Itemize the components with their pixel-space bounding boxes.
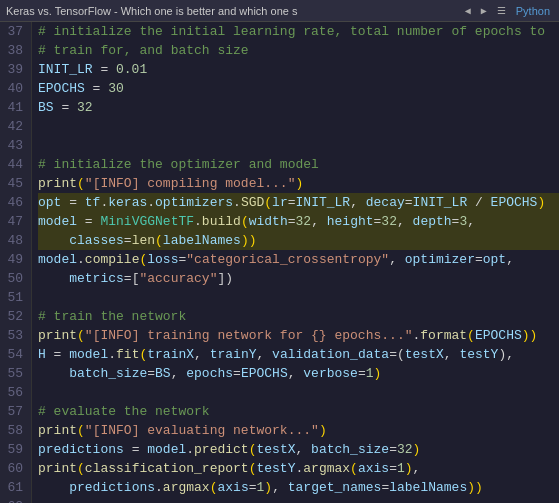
titlebar-icons: ◀ ▶ ☰ Python [462,4,553,18]
code-line [38,497,559,503]
code-line [38,136,559,155]
code-line: # train the network [38,307,559,326]
code-line: EPOCHS = 30 [38,79,559,98]
code-line: # evaluate the network [38,402,559,421]
forward-icon[interactable]: ▶ [478,4,490,18]
editor-area: 37 38 39 40 41 42 43 44 45 46 47 48 49 5… [0,22,559,503]
code-content[interactable]: # initialize the initial learning rate, … [32,22,559,503]
code-line: batch_size=BS, epochs=EPOCHS, verbose=1) [38,364,559,383]
code-line: model = MiniVGGNetTF.build(width=32, hei… [38,212,559,231]
code-line: print("[INFO] evaluating network...") [38,421,559,440]
code-line [38,288,559,307]
code-line: model.compile(loss="categorical_crossent… [38,250,559,269]
code-line: print("[INFO] training network for {} ep… [38,326,559,345]
code-line [38,117,559,136]
code-line: BS = 32 [38,98,559,117]
code-line: INIT_LR = 0.01 [38,60,559,79]
titlebar-title: Keras vs. TensorFlow - Which one is bett… [6,5,458,17]
code-line: # initialize the initial learning rate, … [38,22,559,41]
code-line: H = model.fit(trainX, trainY, validation… [38,345,559,364]
code-line: predictions = model.predict(testX, batch… [38,440,559,459]
code-line: print("[INFO] compiling model...") [38,174,559,193]
code-line: # train for, and batch size [38,41,559,60]
language-label: Python [513,4,553,18]
code-line [38,383,559,402]
code-line: opt = tf.keras.optimizers.SGD(lr=INIT_LR… [38,193,559,212]
code-line: metrics=["accuracy"]) [38,269,559,288]
code-line: print(classification_report(testY.argmax… [38,459,559,478]
titlebar: Keras vs. TensorFlow - Which one is bett… [0,0,559,22]
code-line: predictions.argmax(axis=1), target_names… [38,478,559,497]
line-numbers: 37 38 39 40 41 42 43 44 45 46 47 48 49 5… [0,22,32,503]
menu-icon[interactable]: ☰ [494,4,509,18]
back-icon[interactable]: ◀ [462,4,474,18]
code-line: # initialize the optimizer and model [38,155,559,174]
code-line: classes=len(labelNames)) [38,231,559,250]
